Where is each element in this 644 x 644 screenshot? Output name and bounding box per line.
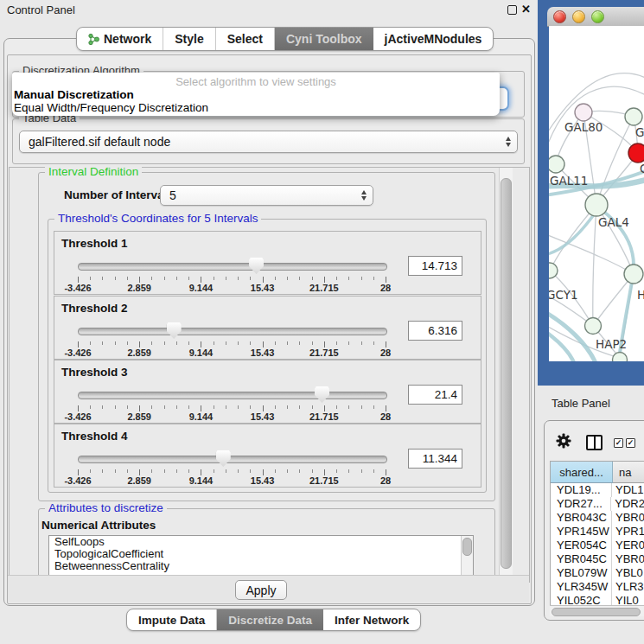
cell-name[interactable]: YBL0 [612, 566, 644, 580]
list-scrollbar-track[interactable] [461, 536, 473, 576]
threshold-slider[interactable]: -3.426 2.859 9.144 15.43 21.715 28 [78, 450, 386, 485]
tab-label: Infer Network [335, 614, 409, 627]
numerical-attributes-label: Numerical Attributes [41, 519, 156, 532]
tab-label: Discretize Data [228, 614, 312, 627]
cell-name[interactable]: YLR3 [612, 580, 644, 594]
dropdown-option-manual[interactable]: Manual Discretization [12, 88, 500, 101]
column-header-shared-name[interactable]: shared... [551, 462, 613, 483]
tick-label: 28 [380, 283, 391, 293]
tab-impute-data[interactable]: Impute Data [127, 609, 217, 630]
button-strip: Apply [8, 575, 529, 603]
thresholds-group-title: Threshold's Coordinates for 5 Intervals [54, 212, 261, 225]
intervals-combo[interactable]: 5 [160, 185, 373, 206]
tab-select[interactable]: Select [216, 28, 275, 50]
list-item[interactable]: BetweennessCentrality [49, 560, 473, 572]
cell-shared-name[interactable]: YBL079W [551, 566, 612, 580]
table-panel-title: Table Panel [552, 397, 610, 410]
cell-name[interactable]: YBR0 [612, 511, 644, 525]
tab-label: Network [104, 32, 151, 46]
node-label-truncated-h: H [637, 288, 644, 302]
gear-icon[interactable] [556, 433, 571, 449]
node-gal4[interactable] [585, 194, 608, 216]
slider-thumb[interactable] [216, 450, 231, 467]
table-row[interactable]: YDR27...YDR2 [551, 497, 644, 511]
cell-shared-name[interactable]: YBR043C [551, 511, 612, 525]
table-row[interactable]: YBR045CYBR0 [551, 552, 644, 566]
table-row[interactable]: YDL19...YDL1 [551, 483, 644, 497]
node-h[interactable] [624, 265, 643, 284]
list-scrollbar-thumb[interactable] [462, 538, 472, 556]
apply-button[interactable]: Apply [235, 580, 287, 600]
slider-track[interactable] [78, 263, 387, 271]
table-data-combo[interactable]: galFiltered.sif default node [19, 131, 518, 153]
cell-shared-name[interactable]: YLR345W [551, 580, 612, 594]
table-row[interactable]: YBL079WYBL0 [551, 566, 644, 580]
cell-shared-name[interactable]: YBR045C [551, 552, 612, 566]
slider-track[interactable] [78, 456, 387, 463]
attributes-list[interactable]: SelfLoops TopologicalCoefficient Between… [48, 535, 474, 577]
zoom-traffic-light-icon[interactable] [591, 10, 604, 23]
threshold-value-field[interactable] [408, 449, 462, 469]
cell-name[interactable]: YDL1 [612, 483, 644, 497]
table-hscrollbar-track[interactable] [550, 605, 644, 616]
algorithm-dropdown: Select algorithm to view settings Manual… [12, 73, 500, 116]
cell-shared-name[interactable]: YDR27... [551, 497, 611, 511]
checkbox-icon[interactable]: ✓ [626, 438, 635, 448]
node-hap2[interactable] [585, 318, 602, 335]
split-panel-icon[interactable] [586, 435, 603, 450]
node-selected-red[interactable] [628, 143, 644, 163]
cell-name[interactable]: YER0 [612, 539, 644, 552]
cell-shared-name[interactable]: YDL19... [551, 483, 612, 497]
float-window-icon[interactable] [507, 5, 517, 15]
threshold-slider[interactable]: -3.426 2.859 9.144 15.43 21.715 28 [78, 386, 386, 421]
slider-thumb[interactable] [315, 386, 329, 403]
network-view[interactable]: GAL80 G. C GAL11 GAL4 GCY1 H HAP2 [549, 26, 644, 361]
node-table[interactable]: shared... na YDL19...YDL1 YDR27...YDR2 Y… [550, 461, 644, 607]
tab-infer-network[interactable]: Infer Network [323, 609, 420, 630]
checkbox-icon[interactable]: ✓ [614, 438, 623, 448]
close-icon[interactable]: ✕ [521, 3, 531, 16]
slider-thumb[interactable] [249, 258, 264, 274]
tab-jactivemnodules[interactable]: jActiveMNodules [373, 28, 494, 50]
node-gal80[interactable] [575, 104, 592, 121]
threshold-slider[interactable]: -3.426 2.859 9.144 15.43 21.715 28 [78, 258, 386, 292]
node-bottom[interactable] [613, 353, 628, 362]
minimize-traffic-light-icon[interactable] [572, 10, 585, 23]
list-item[interactable]: SelfLoops [49, 536, 473, 548]
threshold-value-field[interactable] [408, 256, 462, 276]
slider-track[interactable] [78, 392, 387, 399]
intervals-label: Number of Intervals [64, 188, 174, 201]
dropdown-option-equal-width[interactable]: Equal Width/Frequency Discretization [12, 101, 500, 114]
table-row[interactable]: YLR345WYLR3 [551, 580, 644, 594]
tick-label: 28 [380, 475, 391, 486]
tab-network[interactable]: Network [77, 28, 163, 50]
threshold-slider[interactable]: -3.426 2.859 9.144 15.43 21.715 28 [78, 322, 386, 357]
table-row[interactable]: YPR145WYPR1 [551, 525, 644, 539]
slider-tick-labels: -3.426 2.859 9.144 15.43 21.715 28 [78, 475, 386, 487]
slider-track[interactable] [78, 328, 387, 335]
cell-shared-name[interactable]: YPR145W [551, 525, 612, 539]
tick-label: 15.43 [251, 283, 275, 293]
column-header-name[interactable]: na [613, 462, 644, 483]
table-row[interactable]: YER054CYER0 [551, 539, 644, 552]
list-item[interactable]: TopologicalCoefficient [49, 548, 473, 560]
threshold-value-field[interactable] [408, 385, 462, 405]
tab-style[interactable]: Style [163, 28, 215, 50]
cell-name[interactable]: YPR1 [612, 525, 644, 539]
cell-shared-name[interactable]: YER054C [551, 539, 612, 552]
panel-title: Control Panel [7, 3, 75, 16]
tab-cyni-toolbox[interactable]: Cyni Toolbox [275, 28, 373, 50]
tick-label: 15.43 [251, 475, 275, 486]
node-gal11[interactable] [549, 156, 564, 173]
threshold-label: Threshold 1 [61, 237, 128, 250]
settings-scrollbar-thumb[interactable] [501, 178, 512, 569]
cell-name[interactable]: YDR2 [611, 497, 644, 511]
tab-discretize-data[interactable]: Discretize Data [217, 609, 323, 630]
close-traffic-light-icon[interactable] [553, 10, 566, 23]
table-row[interactable]: YBR043CYBR0 [551, 511, 644, 525]
node-top-right[interactable] [625, 108, 642, 125]
threshold-value-field[interactable] [408, 321, 462, 341]
slider-thumb[interactable] [167, 322, 182, 339]
cell-name[interactable]: YBR0 [612, 552, 644, 566]
table-hscrollbar-thumb[interactable] [552, 608, 641, 616]
